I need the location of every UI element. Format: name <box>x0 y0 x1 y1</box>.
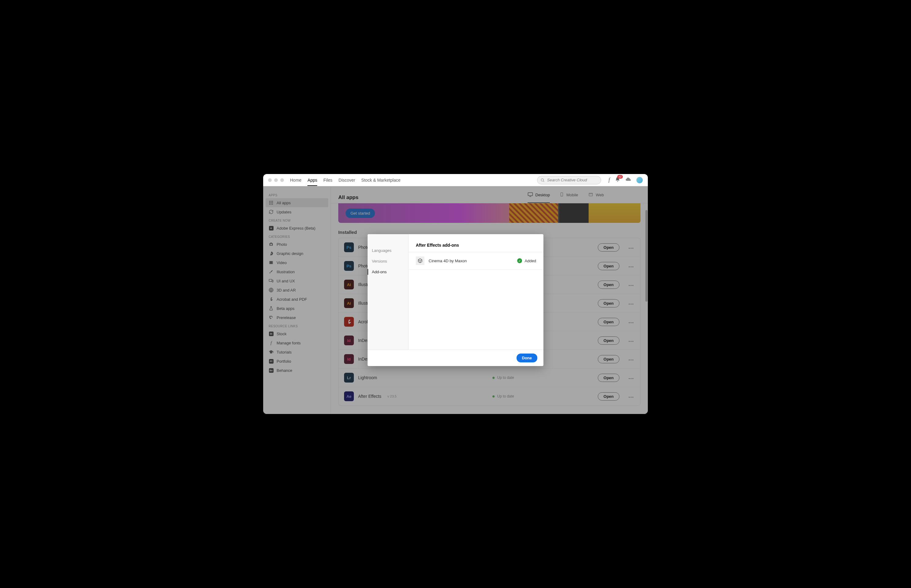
addon-status-text: Added <box>525 258 536 263</box>
search-input[interactable] <box>547 178 599 182</box>
top-tab-apps[interactable]: Apps <box>307 174 317 186</box>
fonts-icon[interactable]: f <box>609 177 610 183</box>
modal-overlay: LanguagesVersionsAdd-ons After Effects a… <box>263 186 648 414</box>
addon-name: Cinema 4D by Maxon <box>429 258 467 263</box>
top-tab-home[interactable]: Home <box>290 174 301 186</box>
top-tab-files[interactable]: Files <box>323 174 333 186</box>
traffic-lights <box>268 178 284 182</box>
cloud-icon[interactable] <box>625 178 632 183</box>
dialog-title: After Effects add-ons <box>409 234 543 252</box>
search-box[interactable] <box>537 176 601 184</box>
addons-dialog: LanguagesVersionsAdd-ons After Effects a… <box>368 234 543 366</box>
dialog-tab-languages[interactable]: Languages <box>368 245 408 256</box>
dialog-footer: Done <box>368 350 543 366</box>
addon-row: Cinema 4D by Maxon ✓ Added <box>409 252 543 270</box>
top-icons: f 82 <box>609 177 643 184</box>
svg-point-0 <box>541 179 543 181</box>
notification-badge: 82 <box>617 175 623 179</box>
top-tab-stock-marketplace[interactable]: Stock & Marketplace <box>361 174 400 186</box>
app-window: HomeAppsFilesDiscoverStock & Marketplace… <box>263 174 648 414</box>
dialog-tab-add-ons[interactable]: Add-ons <box>368 267 408 277</box>
search-icon <box>540 178 544 182</box>
titlebar: HomeAppsFilesDiscoverStock & Marketplace… <box>263 174 648 186</box>
avatar[interactable] <box>636 177 643 184</box>
addon-status: ✓ Added <box>517 258 536 263</box>
check-icon: ✓ <box>517 258 522 263</box>
body: APPSAll appsUpdatesCREATE NOWAAdobe Expr… <box>263 186 648 414</box>
cube-icon <box>416 257 424 265</box>
top-tab-discover[interactable]: Discover <box>339 174 355 186</box>
notifications-icon[interactable]: 82 <box>615 177 620 184</box>
dialog-sidebar: LanguagesVersionsAdd-ons <box>368 234 409 350</box>
dialog-main: After Effects add-ons Cinema 4D by Maxon… <box>409 234 543 350</box>
svg-line-1 <box>543 181 544 182</box>
close-dot[interactable] <box>268 178 272 182</box>
top-tabs: HomeAppsFilesDiscoverStock & Marketplace <box>290 174 401 186</box>
zoom-dot[interactable] <box>280 178 284 182</box>
dialog-body: LanguagesVersionsAdd-ons After Effects a… <box>368 234 543 350</box>
done-button[interactable]: Done <box>517 354 538 362</box>
minimize-dot[interactable] <box>274 178 278 182</box>
dialog-tab-versions[interactable]: Versions <box>368 256 408 267</box>
